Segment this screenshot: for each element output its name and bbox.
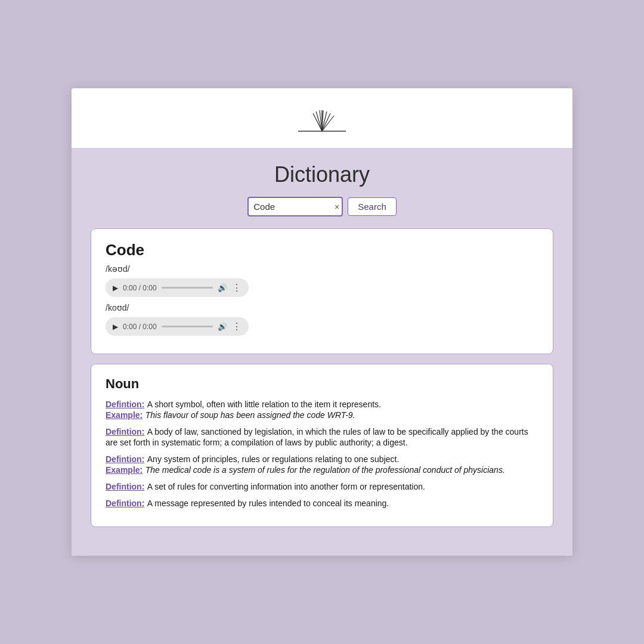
volume-button-1[interactable]: 🔊 [218, 283, 227, 292]
audio-player-2: ▶ 0:00 / 0:00 🔊 ⋮ [106, 317, 249, 336]
def-label-5: Defintion: [106, 499, 144, 508]
def-text-2: A body of law, sanctioned by legislation… [106, 427, 528, 447]
def-text-5: A message represented by rules intended … [147, 499, 389, 508]
definition-block-1: Defintion: A short symbol, often with li… [106, 399, 538, 420]
main-content: Dictionary × Search Code /kəʊd/ ▶ 0:00 /… [72, 148, 572, 556]
definition-block-2: Defintion: A body of law, sanctioned by … [106, 426, 538, 448]
example-text-1: This flavour of soup has been assigned t… [145, 410, 355, 420]
search-input-wrapper: × [247, 197, 343, 216]
progress-bar-1[interactable] [162, 287, 213, 289]
more-button-2[interactable]: ⋮ [232, 321, 242, 332]
definitions-card: Noun Defintion: A short symbol, often wi… [91, 364, 553, 527]
pronunciation-1: /kəʊd/ [106, 264, 538, 274]
def-label-2: Defintion: [106, 427, 144, 436]
example-label-3: Example: [106, 465, 143, 475]
time-display-2: 0:00 / 0:00 [123, 323, 157, 331]
app-window: Dictionary × Search Code /kəʊd/ ▶ 0:00 /… [72, 88, 572, 556]
def-label-4: Defintion: [106, 482, 144, 491]
logo-icon [292, 103, 352, 138]
time-display-1: 0:00 / 0:00 [123, 284, 157, 292]
play-button-2[interactable]: ▶ [113, 323, 118, 331]
example-label-1: Example: [106, 410, 143, 420]
page-title: Dictionary [91, 162, 553, 187]
search-bar: × Search [91, 197, 553, 216]
def-label-1: Defintion: [106, 400, 144, 409]
definition-block-4: Defintion: A set of rules for converting… [106, 481, 538, 492]
search-button[interactable]: Search [348, 197, 397, 216]
def-label-3: Defintion: [106, 454, 144, 464]
word-title: Code [106, 241, 538, 259]
clear-button[interactable]: × [335, 203, 339, 211]
def-text-3: Any system of principles, rules or regul… [147, 454, 400, 464]
play-button-1[interactable]: ▶ [113, 284, 118, 292]
def-text-4: A set of rules for converting informatio… [147, 482, 425, 491]
pronunciation-2: /koʊd/ [106, 303, 538, 312]
def-text-1: A short symbol, often with little relati… [147, 400, 381, 409]
progress-bar-2[interactable] [162, 326, 213, 327]
header [72, 88, 572, 148]
volume-button-2[interactable]: 🔊 [218, 322, 227, 331]
example-text-3: The medical code is a system of rules fo… [145, 465, 505, 475]
definition-block-5: Defintion: A message represented by rule… [106, 498, 538, 509]
more-button-1[interactable]: ⋮ [232, 282, 242, 293]
audio-player-1: ▶ 0:00 / 0:00 🔊 ⋮ [106, 278, 249, 297]
search-input[interactable] [247, 197, 343, 216]
word-card: Code /kəʊd/ ▶ 0:00 / 0:00 🔊 ⋮ /koʊd/ ▶ 0… [91, 228, 553, 354]
part-of-speech: Noun [106, 376, 538, 392]
definition-block-3: Defintion: Any system of principles, rul… [106, 454, 538, 475]
